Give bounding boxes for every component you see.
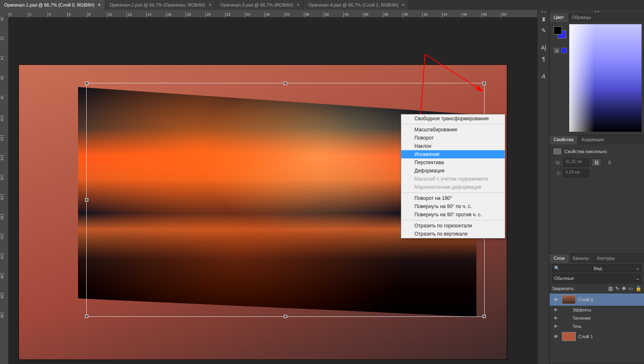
document-tabs: Оригинал-1.psd @ 66,7% (Слой 0, RGB/8#)×…	[0, 0, 644, 10]
transform-handle-ml[interactable]	[85, 198, 88, 201]
layers-panel: Слои Каналы Контуры 🔍 Вид ⌄ Обычные ⌄ За…	[550, 254, 644, 364]
brush-icon[interactable]: ✎	[538, 25, 550, 36]
tab-color[interactable]: Цвет	[550, 13, 568, 22]
ctx-item[interactable]: Поворот на 180°	[401, 194, 505, 202]
blend-mode-select[interactable]: Обычные ⌄	[552, 275, 642, 282]
ctx-item: Марионеточная деформация	[401, 183, 505, 191]
lock-transparency-icon[interactable]: ▨	[608, 286, 613, 291]
properties-title: Свойства пиксельно	[564, 149, 607, 154]
layer-row[interactable]: 👁 Слой 0	[550, 293, 644, 306]
blend-mode-value: Обычные	[554, 276, 574, 281]
transform-handle-tl[interactable]	[85, 82, 88, 85]
fx-label: Эффекты	[573, 308, 591, 312]
tab-properties[interactable]: Свойства	[550, 135, 577, 144]
pixel-layer-icon	[554, 149, 561, 154]
ctx-item[interactable]: Поворот	[401, 134, 505, 142]
tab-doc-3[interactable]: Оригинал-3.psd @ 66,7% (RGB/8#)×	[216, 0, 304, 10]
character-icon[interactable]: A|	[538, 42, 550, 53]
fx-item-bevel[interactable]: Тиснение	[573, 316, 591, 321]
link-dimensions-button[interactable]: ⛓	[591, 158, 601, 167]
tab-label: Оригинал-1.psd @ 66,7% (Слой 0, RGB/8#)	[4, 2, 94, 7]
transform-handle-bc[interactable]	[284, 315, 287, 318]
tab-swatches[interactable]: Образцы	[568, 13, 595, 22]
document-area: 0246810121416182022242628303234363840424…	[0, 10, 537, 364]
width-label: Ш:	[554, 160, 561, 165]
ctx-item[interactable]: Деформация	[401, 167, 505, 175]
panel-grip[interactable]: ◄◄	[550, 10, 644, 13]
visibility-toggle-icon[interactable]: 👁	[552, 316, 559, 321]
tab-adjustments[interactable]: Коррекция	[577, 135, 608, 144]
height-label: В	[604, 160, 611, 165]
lock-all-icon[interactable]: 🔒	[635, 286, 642, 291]
lock-label: Закрепить:	[552, 286, 575, 291]
ctx-item[interactable]: Повернуть на 90° по ч. с.	[401, 202, 505, 211]
width-field[interactable]: 41,35 см	[564, 158, 589, 167]
x-field[interactable]: 6,24 см	[564, 169, 589, 177]
transform-handle-bl[interactable]	[85, 315, 88, 318]
visibility-toggle-icon[interactable]: 👁	[552, 324, 559, 329]
ctx-item[interactable]: Наклон	[401, 142, 505, 150]
layer-filter-kind[interactable]: 🔍 Вид ⌄	[552, 264, 642, 272]
filter-kind-label: Вид	[594, 266, 602, 271]
history-icon[interactable]: ⧗	[538, 13, 550, 25]
layer-name[interactable]: Слой 0	[578, 297, 593, 302]
ctx-item: Масштаб с учетом содержимого	[401, 175, 505, 183]
ctx-item[interactable]: Отразить по вертикали	[401, 230, 505, 238]
close-icon[interactable]: ×	[209, 2, 212, 8]
visibility-toggle-icon[interactable]: 👁	[552, 297, 559, 302]
lock-position-icon[interactable]: ✥	[622, 286, 626, 291]
ctx-item[interactable]: Масштабирование	[401, 126, 505, 134]
layer-thumbnail[interactable]	[562, 295, 576, 304]
ctx-item[interactable]: Повернуть на 90° против ч. с.	[401, 211, 505, 219]
fx-item-shadow[interactable]: Тень	[573, 324, 582, 329]
properties-panel: Свойства Коррекция Свойства пиксельно Ш:…	[550, 135, 644, 254]
foreground-color-swatch[interactable]	[554, 26, 562, 34]
ctx-item[interactable]: Искажение	[401, 150, 505, 158]
ctx-item[interactable]: Свободное трансформирование	[401, 114, 505, 123]
visibility-toggle-icon[interactable]: 👁	[552, 308, 559, 312]
tab-doc-2[interactable]: Оригинал-2.psd @ 66,7% (Оригинал, RGB/8#…	[105, 0, 216, 10]
tab-doc-4[interactable]: Оригинал-4.psd @ 66,7% (Слой 1, RGB/8#)×	[304, 0, 409, 10]
close-icon[interactable]: ×	[98, 2, 101, 8]
transform-handle-tc[interactable]	[284, 82, 287, 85]
layer-row[interactable]: 👁 Слой 1	[550, 330, 644, 343]
tab-doc-1[interactable]: Оригинал-1.psd @ 66,7% (Слой 0, RGB/8#)×	[0, 0, 105, 10]
close-icon[interactable]: ×	[297, 2, 299, 8]
transform-handle-tr[interactable]	[483, 82, 486, 85]
paragraph-icon[interactable]: ¶	[538, 53, 550, 65]
ctx-separator	[402, 220, 504, 220]
gamut-warning-icon[interactable]: ⚠	[554, 48, 559, 53]
lock-artboard-icon[interactable]: ▭	[628, 286, 633, 291]
x-label: X:	[554, 171, 561, 176]
tab-layers[interactable]: Слои	[550, 254, 569, 263]
search-icon: 🔍	[554, 266, 560, 271]
ctx-item[interactable]: Перспектива	[401, 158, 505, 167]
glyphs-icon[interactable]: A	[538, 71, 550, 82]
panel-grip[interactable]: ◄◄	[538, 10, 549, 13]
layer-thumbnail[interactable]	[562, 332, 576, 341]
ruler-horizontal[interactable]: 0246810121416182022242628303234363840424…	[8, 10, 537, 17]
layer-name[interactable]: Слой 1	[578, 334, 593, 339]
context-menu-transform: Свободное трансформированиеМасштабирован…	[401, 114, 505, 238]
foreground-background-swatches[interactable]	[554, 26, 566, 39]
tab-label: Оригинал-3.psd @ 66,7% (RGB/8#)	[220, 2, 293, 7]
ruler-vertical[interactable]: 024681012141618202224262830	[0, 17, 8, 364]
chevron-down-icon: ⌄	[636, 266, 639, 271]
transform-handle-br[interactable]	[483, 315, 486, 318]
ruler-origin[interactable]	[0, 10, 8, 17]
closest-color-swatch[interactable]	[561, 48, 567, 53]
visibility-toggle-icon[interactable]: 👁	[552, 334, 559, 339]
right-panels: ◄◄ Цвет Образцы ⚠ Свойства Коррекция	[549, 10, 644, 364]
color-picker-field[interactable]	[569, 24, 642, 132]
close-icon[interactable]: ×	[402, 2, 405, 8]
tab-channels[interactable]: Каналы	[569, 254, 593, 263]
tab-paths[interactable]: Контуры	[593, 254, 619, 263]
ctx-separator	[402, 192, 504, 193]
tab-label: Оригинал-4.psd @ 66,7% (Слой 1, RGB/8#)	[308, 2, 398, 7]
color-panel: Цвет Образцы ⚠	[550, 13, 644, 135]
ctx-separator	[402, 124, 504, 124]
ctx-item[interactable]: Отразить по горизонтали	[401, 222, 505, 230]
chevron-down-icon: ⌄	[636, 276, 639, 281]
lock-pixels-icon[interactable]: ✎	[615, 286, 619, 291]
tab-label: Оригинал-2.psd @ 66,7% (Оригинал, RGB/8#…	[109, 2, 205, 7]
